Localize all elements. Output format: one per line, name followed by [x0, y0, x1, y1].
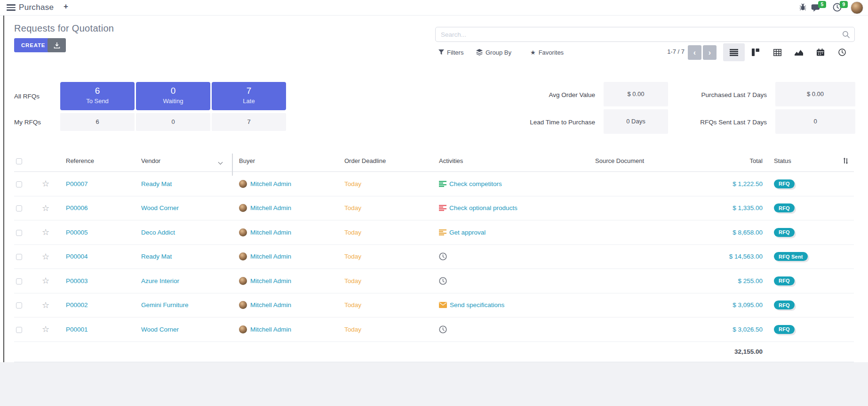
table-row[interactable]: ☆ P00006 Wood Corner Mitchell Admin Toda… [14, 196, 854, 221]
buyer-link[interactable]: Mitchell Admin [250, 180, 291, 187]
rfq-list-table: Reference Vendor Buyer Order Deadline Ac… [14, 150, 854, 362]
column-header-source-document[interactable]: Source Document [588, 157, 677, 164]
table-row[interactable]: ☆ P00003 Azure Interior Mitchell Admin T… [14, 269, 854, 293]
order-deadline: Today [337, 229, 431, 236]
column-header-order-deadline[interactable]: Order Deadline [337, 157, 431, 164]
favorites-button[interactable]: ★ Favorites [530, 46, 564, 58]
apps-menu-icon[interactable] [7, 4, 16, 11]
vendor-link[interactable]: Wood Corner [141, 204, 179, 211]
favorite-star-icon[interactable]: ☆ [42, 325, 49, 334]
clock-icon[interactable] [439, 325, 447, 333]
reference-link[interactable]: P00002 [66, 301, 88, 309]
vendor-link[interactable]: Gemini Furniture [141, 301, 189, 309]
buyer-link[interactable]: Mitchell Admin [250, 326, 291, 333]
column-header-vendor[interactable]: Vendor [133, 157, 233, 164]
tasks-icon [439, 181, 446, 187]
purchased-last-7-days-cell: $ 0.00 [775, 82, 855, 106]
favorite-star-icon[interactable]: ☆ [42, 179, 49, 188]
new-tab-icon[interactable]: + [64, 2, 68, 11]
vendor-link[interactable]: Ready Mat [141, 180, 172, 187]
row-checkbox[interactable] [16, 254, 22, 260]
column-header-activities[interactable]: Activities [431, 157, 588, 164]
total-amount: $ 3,026.50 [733, 326, 763, 333]
activity-link[interactable]: Send specifications [450, 301, 504, 309]
total-amount: $ 8,658.00 [733, 229, 763, 236]
tasks-icon [439, 229, 446, 235]
reference-link[interactable]: P00005 [66, 229, 88, 236]
graph-view-button[interactable] [788, 43, 810, 61]
reference-link[interactable]: P00003 [66, 277, 88, 284]
status-badge: RFQ [774, 276, 795, 285]
waiting-button[interactable]: 0 Waiting [136, 82, 210, 110]
column-resize-handle[interactable] [232, 154, 233, 176]
vendor-link[interactable]: Wood Corner [141, 326, 179, 333]
my-to-send-cell[interactable]: 6 [60, 113, 135, 131]
search-icon[interactable] [842, 31, 850, 39]
vendor-link[interactable]: Azure Interior [141, 277, 179, 284]
favorite-star-icon[interactable]: ☆ [42, 300, 49, 310]
create-button[interactable]: CREATE [14, 38, 52, 52]
row-checkbox[interactable] [16, 302, 22, 309]
reference-link[interactable]: P00004 [66, 253, 88, 260]
buyer-link[interactable]: Mitchell Admin [250, 229, 291, 236]
column-header-status[interactable]: Status [767, 157, 837, 164]
reference-link[interactable]: P00007 [66, 180, 88, 187]
kanban-view-button[interactable] [745, 43, 766, 61]
column-header-reference[interactable]: Reference [57, 157, 133, 164]
activity-link[interactable]: Get approval [449, 229, 486, 236]
buyer-link[interactable]: Mitchell Admin [250, 253, 291, 260]
vendor-link[interactable]: Ready Mat [141, 253, 172, 260]
list-view-button[interactable] [723, 43, 745, 61]
user-avatar[interactable] [851, 1, 863, 14]
buyer-link[interactable]: Mitchell Admin [250, 277, 291, 284]
row-checkbox[interactable] [16, 327, 22, 333]
activity-link[interactable]: Check optional products [449, 204, 518, 211]
activity-view-button[interactable] [831, 43, 853, 61]
filters-label: Filters [447, 49, 463, 56]
pager-next-button[interactable]: › [703, 45, 717, 60]
table-row[interactable]: ☆ P00004 Ready Mat Mitchell Admin Today … [14, 245, 854, 269]
table-row[interactable]: ☆ P00002 Gemini Furniture Mitchell Admin… [14, 293, 854, 318]
group-by-button[interactable]: Group By [476, 46, 511, 58]
column-header-buyer[interactable]: Buyer [233, 157, 337, 164]
column-header-total[interactable]: Total [677, 157, 767, 164]
buyer-link[interactable]: Mitchell Admin [250, 301, 291, 309]
pager-previous-button[interactable]: ‹ [688, 45, 701, 60]
search-input[interactable] [436, 27, 854, 41]
export-button[interactable] [48, 38, 66, 52]
my-waiting-cell[interactable]: 0 [136, 113, 210, 131]
messages-count-badge[interactable]: 5 [818, 1, 826, 8]
row-checkbox[interactable] [16, 205, 22, 211]
activities-count-badge[interactable]: 9 [840, 1, 848, 8]
row-checkbox[interactable] [16, 278, 22, 284]
table-row[interactable]: ☆ P00001 Wood Corner Mitchell Admin Toda… [14, 317, 854, 342]
late-button[interactable]: 7 Late [212, 82, 286, 110]
app-name[interactable]: Purchase [19, 3, 54, 12]
table-row[interactable]: ☆ P00007 Ready Mat Mitchell Admin Today … [14, 172, 854, 196]
row-checkbox[interactable] [16, 181, 22, 187]
vendor-link[interactable]: Deco Addict [141, 229, 175, 236]
row-checkbox[interactable] [16, 230, 22, 236]
favorite-star-icon[interactable]: ☆ [42, 276, 49, 285]
buyer-link[interactable]: Mitchell Admin [250, 204, 291, 211]
order-deadline: Today [337, 253, 431, 260]
favorite-star-icon[interactable]: ☆ [42, 252, 49, 261]
my-late-cell[interactable]: 7 [212, 113, 286, 131]
clock-icon[interactable] [439, 252, 447, 260]
optional-columns-button[interactable] [837, 157, 854, 164]
clock-icon[interactable] [439, 277, 447, 285]
favorite-star-icon[interactable]: ☆ [42, 203, 49, 213]
table-row[interactable]: ☆ P00005 Deco Addict Mitchell Admin Toda… [14, 220, 854, 245]
favorite-star-icon[interactable]: ☆ [42, 227, 49, 237]
reference-link[interactable]: P00006 [66, 204, 88, 211]
pivot-view-button[interactable] [766, 43, 788, 61]
calendar-view-button[interactable] [810, 43, 831, 61]
activity-link[interactable]: Check competitors [449, 180, 502, 187]
filters-button[interactable]: Filters [438, 46, 463, 58]
view-switcher [723, 43, 853, 61]
to-send-button[interactable]: 6 To Send [60, 82, 135, 110]
reference-link[interactable]: P00001 [66, 326, 88, 333]
debug-icon[interactable] [799, 3, 807, 11]
select-all-checkbox[interactable] [16, 158, 22, 164]
vendor-header-label: Vendor [141, 157, 160, 164]
